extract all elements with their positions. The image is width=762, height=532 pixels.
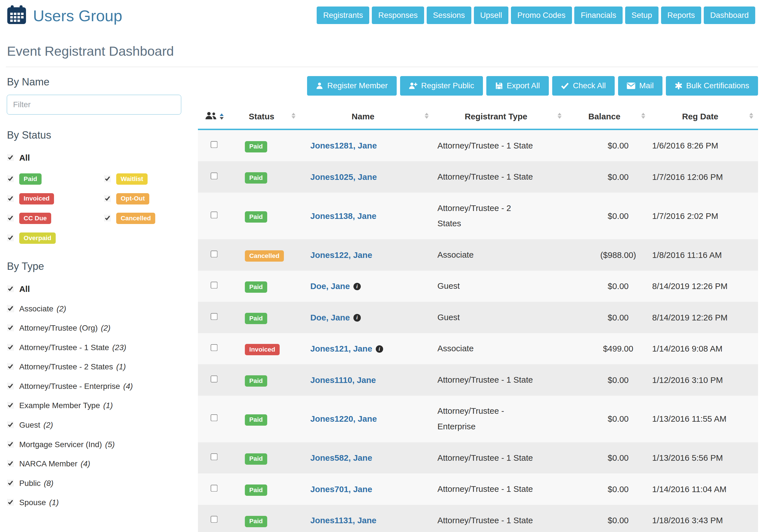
row-checkbox[interactable] (211, 313, 218, 321)
registrant-name-link[interactable]: Jones121, Jane (310, 344, 372, 353)
column-header-name[interactable]: Name (301, 103, 433, 129)
registrant-name-link[interactable]: Jones1110, Jane (310, 375, 376, 385)
type-filter-narca-member[interactable]: NARCA Member (4) (7, 459, 181, 468)
sort-icon (558, 113, 562, 118)
type-filter-associate[interactable]: Associate (2) (7, 304, 181, 313)
column-header-select[interactable] (198, 103, 230, 129)
info-icon[interactable]: i (353, 314, 361, 321)
type-label: Spouse (19, 498, 46, 507)
registrant-name-link[interactable]: Jones701, Jane (310, 485, 372, 494)
row-checkbox[interactable] (211, 516, 218, 523)
status-checkbox[interactable] (7, 234, 14, 242)
type-filter-mortgage-servicer-ind[interactable]: Mortgage Servicer (Ind) (5) (7, 440, 181, 449)
column-header-balance[interactable]: Balance (566, 103, 650, 129)
row-checkbox[interactable] (211, 173, 218, 180)
nav-item-setup[interactable]: Setup (625, 7, 658, 24)
status-filter-overpaid[interactable]: Overpaid (7, 233, 104, 244)
type-filter-spouse[interactable]: Spouse (1) (7, 498, 181, 507)
status-checkbox[interactable] (104, 215, 112, 222)
registrant-name-link[interactable]: Jones1220, Jane (310, 414, 377, 423)
type-checkbox[interactable] (7, 499, 14, 506)
name-cell: Jones1281, Jane (301, 129, 433, 161)
column-header-status[interactable]: Status (230, 103, 300, 129)
type-filter-all[interactable]: All (7, 284, 181, 294)
nav-item-upsell[interactable]: Upsell (474, 7, 509, 24)
status-checkbox[interactable] (7, 215, 14, 222)
registrant-name-link[interactable]: Jones1025, Jane (310, 172, 377, 182)
nav-item-reports[interactable]: Reports (661, 7, 702, 24)
row-checkbox[interactable] (211, 485, 218, 492)
row-checkbox[interactable] (211, 141, 218, 148)
export-all-button[interactable]: Export All (486, 76, 549, 96)
type-checkbox[interactable] (7, 480, 14, 487)
type-checkbox[interactable] (7, 324, 14, 332)
nav-item-responses[interactable]: Responses (372, 7, 424, 24)
person-add-icon (409, 82, 417, 89)
column-header-reg-date[interactable]: Reg Date (650, 103, 758, 129)
type-filter-public[interactable]: Public (8) (7, 479, 181, 488)
reg-date-cell: 1/18/2016 3:43 PM (650, 505, 758, 532)
type-checkbox[interactable] (7, 344, 14, 351)
status-filter-invoiced[interactable]: Invoiced (7, 193, 104, 204)
status-checkbox[interactable] (104, 195, 112, 202)
registrant-name-link[interactable]: Doe, Jane (310, 281, 350, 291)
type-checkbox[interactable] (7, 402, 14, 409)
info-icon[interactable]: i (353, 283, 361, 290)
registrant-name-link[interactable]: Jones1131, Jane (310, 516, 376, 525)
status-filter-opt-out[interactable]: Opt-Out (104, 193, 182, 204)
type-filter-attorney-trustee-enterprise[interactable]: Attorney/Trustee - Enterprise (4) (7, 382, 181, 391)
registrant-name-link[interactable]: Doe, Jane (310, 313, 350, 322)
row-checkbox[interactable] (211, 251, 218, 258)
type-checkbox[interactable] (7, 363, 14, 370)
sort-icon (641, 113, 645, 118)
status-filter-waitlist[interactable]: Waitlist (104, 173, 182, 185)
status-filter-paid[interactable]: Paid (7, 173, 104, 185)
nav-item-dashboard[interactable]: Dashboard (704, 7, 755, 24)
row-checkbox[interactable] (211, 453, 218, 461)
status-filter-cc-due[interactable]: CC Due (7, 213, 104, 224)
row-checkbox[interactable] (211, 344, 218, 351)
registrant-name-link[interactable]: Jones1138, Jane (310, 211, 376, 221)
type-filter-attorney-trustee-2-states[interactable]: Attorney/Trustee - 2 States (1) (7, 362, 181, 371)
status-checkbox[interactable] (7, 195, 14, 202)
info-icon[interactable]: i (376, 345, 383, 353)
name-filter-input[interactable] (7, 95, 181, 114)
registrant-type-cell: Attorney/Trustee - 1 State (433, 129, 566, 161)
mail-button[interactable]: Mail (618, 76, 662, 96)
nav-item-registrants[interactable]: Registrants (317, 7, 369, 24)
type-filter-guest[interactable]: Guest (2) (7, 420, 181, 430)
status-checkbox[interactable] (7, 175, 14, 183)
type-filter-attorney-trustee-1-state[interactable]: Attorney/Trustee - 1 State (23) (7, 343, 181, 352)
name-cell: Jones701, Jane (301, 474, 433, 504)
status-filter-cancelled[interactable]: Cancelled (104, 213, 182, 224)
nav-item-promo-codes[interactable]: Promo Codes (511, 7, 572, 24)
type-checkbox[interactable] (7, 383, 14, 390)
status-filter-all[interactable]: All (7, 153, 181, 163)
status-all-checkbox[interactable] (7, 154, 14, 162)
row-checkbox[interactable] (211, 375, 218, 383)
status-cell: Paid (230, 396, 300, 442)
type-all-checkbox[interactable] (7, 285, 14, 293)
column-header-registrant-type[interactable]: Registrant Type (433, 103, 566, 129)
bulk-certifications-button[interactable]: Bulk Certifications (666, 76, 758, 96)
status-checkbox[interactable] (104, 175, 112, 183)
registrant-name-link[interactable]: Jones582, Jane (310, 453, 372, 462)
type-checkbox[interactable] (7, 441, 14, 448)
row-checkbox[interactable] (211, 414, 218, 422)
row-checkbox[interactable] (211, 282, 218, 289)
registrant-name-link[interactable]: Jones1281, Jane (310, 141, 377, 150)
type-checkbox[interactable] (7, 421, 14, 429)
status-cell: Cancelled (230, 239, 300, 270)
check-all-button[interactable]: Check All (552, 76, 615, 96)
type-filter-attorney-trustee-org[interactable]: Attorney/Trustee (Org) (2) (7, 324, 181, 333)
type-filter-example-member-type[interactable]: Example Member Type (1) (7, 401, 181, 410)
registrant-name-link[interactable]: Jones122, Jane (310, 250, 372, 260)
register-public-button[interactable]: Register Public (400, 76, 483, 96)
row-checkbox[interactable] (211, 211, 218, 219)
register-member-button[interactable]: Register Member (307, 76, 396, 96)
nav-item-sessions[interactable]: Sessions (427, 7, 471, 24)
type-checkbox[interactable] (7, 460, 14, 468)
type-count: (2) (56, 304, 66, 313)
type-checkbox[interactable] (7, 305, 14, 312)
nav-item-financials[interactable]: Financials (574, 7, 623, 24)
